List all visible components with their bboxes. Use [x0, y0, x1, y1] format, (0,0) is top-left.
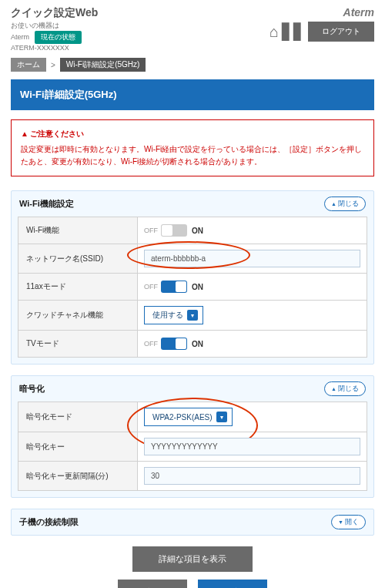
- toggle-wifi[interactable]: [161, 224, 187, 237]
- collapse-button[interactable]: 閉じる: [324, 381, 366, 396]
- expand-button[interactable]: 開く: [331, 515, 366, 529]
- chevron-down-icon: ▾: [216, 412, 227, 422]
- back-button[interactable]: 戻る: [118, 580, 187, 588]
- chevron-down-icon: ▾: [187, 310, 198, 321]
- header-bar: クイック設定Web お使いの機器は Aterm 現在の状態 ATERM-XXXX…: [11, 6, 374, 53]
- ssid-input[interactable]: [144, 250, 360, 267]
- logout-button[interactable]: ログアウト: [308, 22, 374, 42]
- notice-heading: ご注意ください: [21, 128, 364, 140]
- notice-body: 設定変更は即時に有効となります。Wi-Fi経由で設定を行っている場合には、［設定…: [21, 143, 364, 168]
- notice-box: ご注意ください 設定変更は即時に有効となります。Wi-Fi経由で設定を行っている…: [11, 119, 374, 176]
- collapse-button[interactable]: 閉じる: [324, 197, 366, 211]
- quad-select[interactable]: 使用する▾: [144, 306, 203, 324]
- page-title: Wi-Fi詳細設定(5GHz): [11, 79, 374, 110]
- label-tv: TVモード: [18, 331, 138, 357]
- label-wifi: Wi-Fi機能: [18, 217, 138, 244]
- home-icon[interactable]: ⌂: [270, 23, 279, 41]
- enc-mode-select[interactable]: WPA2-PSK(AES)▾: [144, 408, 233, 426]
- panel-title: 子機の接続制限: [19, 516, 79, 528]
- panel-wifi-settings: Wi-Fi機能設定 閉じる Wi-Fi機能 OFF ON ネットワーク名(SSI…: [11, 190, 374, 365]
- breadcrumb: ホーム > Wi-Fi詳細設定(5GHz): [11, 58, 374, 72]
- enc-key-input[interactable]: [144, 438, 360, 455]
- device-line2: ATERM-XXXXXXX: [11, 44, 69, 52]
- label-quad: クワッドチャネル機能: [18, 301, 138, 330]
- book-icon[interactable]: ▋▋: [282, 22, 305, 41]
- enc-interval-input[interactable]: [144, 467, 360, 485]
- brand-title: クイック設定Web: [11, 6, 98, 20]
- label-ssid: ネットワーク名(SSID): [18, 244, 138, 273]
- label-enc-interval: 暗号化キー更新間隔(分): [18, 462, 138, 490]
- device-label: お使いの機器は: [11, 22, 59, 29]
- crumb-sep: >: [51, 61, 55, 69]
- panel-client-limit: 子機の接続制限 開く: [11, 509, 374, 536]
- label-enc-mode: 暗号化モード: [18, 402, 138, 432]
- toggle-11ax[interactable]: [161, 281, 187, 293]
- panel-title: Wi-Fi機能設定: [19, 198, 74, 210]
- device-line1: Aterm: [11, 33, 29, 41]
- panel-title: 暗号化: [19, 383, 45, 395]
- crumb-current: Wi-Fi詳細設定(5GHz): [60, 58, 146, 72]
- crumb-home[interactable]: ホーム: [11, 58, 46, 72]
- status-button[interactable]: 現在の状態: [35, 31, 82, 45]
- apply-button[interactable]: 設定: [198, 580, 267, 588]
- label-enc-key: 暗号化キー: [18, 432, 138, 461]
- show-detail-button[interactable]: 詳細な項目を表示: [132, 546, 253, 572]
- label-11ax: 11axモード: [18, 274, 138, 300]
- toggle-tv[interactable]: [161, 338, 187, 350]
- product-logo: Aterm: [270, 6, 374, 18]
- panel-encryption: 暗号化 閉じる 暗号化モード WPA2-PSK(AES)▾ 暗号化キー 暗号化キ…: [11, 375, 374, 498]
